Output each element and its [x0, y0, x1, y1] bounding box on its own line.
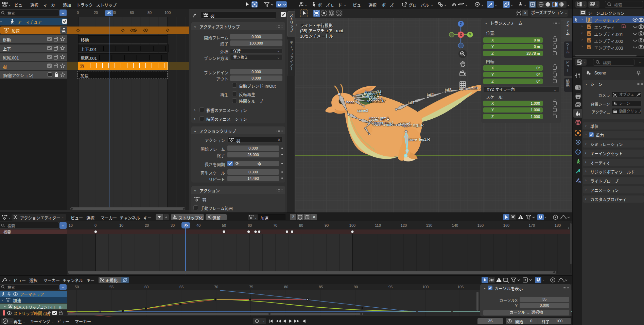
- svg-text:X: X: [460, 33, 462, 37]
- svg-text:Z: Z: [460, 22, 462, 26]
- svg-text:Y: Y: [469, 33, 471, 37]
